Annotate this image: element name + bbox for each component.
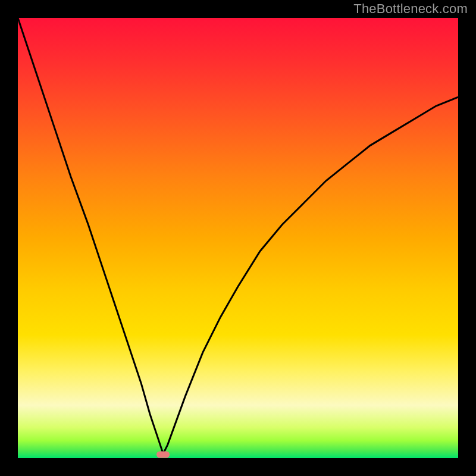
curve-svg	[18, 18, 458, 458]
bottleneck-curve-path	[18, 18, 458, 454]
plot-area	[18, 18, 458, 458]
chart-frame: TheBottleneck.com	[0, 0, 476, 476]
optimum-marker	[156, 452, 170, 458]
watermark-text: TheBottleneck.com	[353, 1, 468, 17]
